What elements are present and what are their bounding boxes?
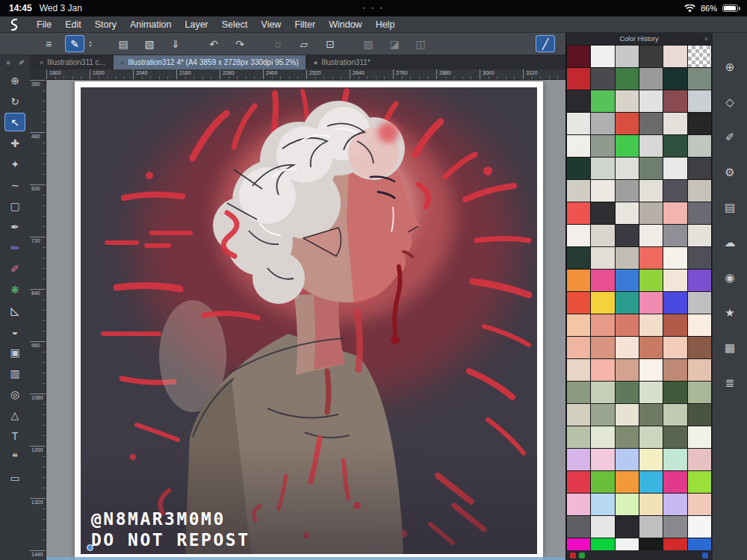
- 3d-object-icon[interactable]: ◇: [721, 93, 739, 111]
- color-swatch[interactable]: [567, 247, 590, 269]
- color-swatch[interactable]: [663, 337, 686, 358]
- color-swatch[interactable]: [639, 337, 663, 358]
- color-swatch[interactable]: [616, 494, 639, 515]
- open-file-button[interactable]: ▧: [140, 35, 159, 52]
- color-swatch[interactable]: [688, 538, 711, 550]
- ruler-horizontal[interactable]: 1800192020402160228024002520264027602880…: [46, 69, 565, 80]
- color-swatch[interactable]: [567, 135, 590, 157]
- color-swatch[interactable]: [639, 135, 663, 157]
- color-swatch[interactable]: [616, 135, 639, 157]
- balloon-tool[interactable]: ❝: [4, 447, 25, 466]
- color-swatch[interactable]: [616, 359, 639, 381]
- color-swatch[interactable]: [663, 359, 686, 381]
- color-swatch[interactable]: [567, 113, 590, 134]
- fill-tool[interactable]: ▣: [4, 343, 25, 361]
- color-swatch[interactable]: [616, 247, 639, 269]
- color-swatch[interactable]: [663, 225, 686, 246]
- move-layer-tool[interactable]: ✚: [4, 134, 25, 152]
- deselect-button[interactable]: ▨: [359, 35, 378, 52]
- color-swatch[interactable]: [616, 449, 639, 470]
- color-swatch[interactable]: [591, 270, 614, 291]
- color-swatch[interactable]: [616, 426, 639, 448]
- color-swatch[interactable]: [591, 46, 614, 67]
- color-swatch[interactable]: [663, 382, 686, 403]
- color-swatch[interactable]: [663, 113, 686, 134]
- color-swatch[interactable]: [591, 202, 614, 224]
- eyedropper-tool[interactable]: ◎: [4, 385, 25, 403]
- color-swatch[interactable]: [688, 180, 711, 202]
- color-swatch[interactable]: [688, 337, 711, 358]
- gradient-tool[interactable]: ▥: [4, 364, 25, 382]
- frame-tool[interactable]: ▭: [4, 468, 25, 487]
- decoration-tool[interactable]: ❋: [4, 280, 25, 299]
- color-swatch[interactable]: [688, 113, 711, 134]
- color-swatch[interactable]: [639, 471, 663, 493]
- snap-rotate-button[interactable]: ◌: [268, 35, 288, 52]
- color-swatch[interactable]: [616, 202, 639, 224]
- color-swatch[interactable]: [616, 292, 639, 314]
- color-swatch[interactable]: [616, 337, 639, 358]
- layers-icon[interactable]: ≣: [721, 374, 739, 392]
- color-swatch[interactable]: [591, 426, 614, 448]
- color-swatch[interactable]: [616, 225, 639, 246]
- color-swatch[interactable]: [639, 359, 663, 381]
- color-swatch[interactable]: [639, 158, 663, 179]
- color-swatch[interactable]: [567, 180, 590, 202]
- color-swatch[interactable]: [567, 202, 590, 224]
- cloud-icon[interactable]: ☁: [721, 234, 739, 252]
- color-swatch[interactable]: [591, 471, 614, 493]
- color-swatch[interactable]: [639, 68, 663, 90]
- footer-swatch-red[interactable]: [570, 553, 576, 559]
- crop-button[interactable]: ⊡: [320, 35, 340, 52]
- footer-swatch-blue[interactable]: [702, 553, 708, 559]
- color-swatch[interactable]: [688, 68, 711, 90]
- color-swatch[interactable]: [688, 46, 711, 67]
- color-swatch[interactable]: [663, 449, 686, 470]
- color-swatch[interactable]: [688, 270, 711, 291]
- color-swatch[interactable]: [639, 516, 663, 538]
- pen-tool[interactable]: ✒: [4, 217, 25, 236]
- line-tool-button[interactable]: ╱: [536, 35, 555, 52]
- color-swatch[interactable]: [616, 90, 639, 112]
- selection-tool[interactable]: ▢: [4, 196, 25, 215]
- invert-selection-button[interactable]: ◪: [385, 35, 404, 52]
- color-swatch[interactable]: [567, 68, 590, 90]
- eraser-tool[interactable]: ◺: [4, 301, 25, 320]
- panel-menu-icon[interactable]: ≡: [704, 36, 708, 43]
- color-swatch[interactable]: [663, 538, 686, 550]
- auto-select-tool[interactable]: ✦: [4, 155, 25, 173]
- color-swatch[interactable]: [591, 382, 614, 403]
- strip-pen-icon[interactable]: ✐: [16, 57, 28, 68]
- color-swatch[interactable]: [591, 158, 614, 179]
- color-swatch[interactable]: [591, 337, 614, 358]
- color-swatch[interactable]: [591, 247, 614, 269]
- color-swatch[interactable]: [639, 202, 663, 224]
- color-swatch[interactable]: [663, 516, 686, 538]
- tool-switch-button[interactable]: ✎: [65, 35, 84, 52]
- operation-tool[interactable]: ↖: [4, 113, 25, 131]
- color-swatch[interactable]: [663, 404, 686, 426]
- color-swatch[interactable]: [639, 404, 663, 426]
- menu-item[interactable]: Story: [88, 16, 123, 33]
- search-icon[interactable]: ⊕: [721, 58, 739, 76]
- color-swatch[interactable]: [639, 292, 663, 314]
- color-swatch[interactable]: [591, 292, 614, 314]
- color-swatch[interactable]: [688, 225, 711, 246]
- ruler-vertical[interactable]: 3604806007208409601080120013201440: [30, 69, 46, 560]
- color-swatch[interactable]: [639, 494, 663, 515]
- color-swatch[interactable]: [688, 449, 711, 470]
- brush-settings-icon[interactable]: ✐: [721, 128, 739, 146]
- color-swatch[interactable]: [663, 494, 686, 515]
- grid-icon[interactable]: ▦: [721, 339, 739, 357]
- figure-tool[interactable]: △: [4, 405, 25, 424]
- color-swatch[interactable]: [591, 180, 614, 202]
- color-swatch[interactable]: [639, 113, 663, 134]
- color-swatch[interactable]: [663, 180, 686, 202]
- tool-stepper[interactable]: ▴ ▾: [86, 35, 95, 52]
- tab-illustration312[interactable]: ● Illustration312 4* (A4 3859 x 2728px 3…: [114, 55, 306, 69]
- color-swatch[interactable]: [616, 516, 639, 538]
- multitask-dots-icon[interactable]: • • •: [362, 4, 384, 12]
- menu-item[interactable]: Edit: [58, 16, 88, 33]
- color-swatch[interactable]: [591, 359, 614, 381]
- color-swatch[interactable]: [688, 314, 711, 336]
